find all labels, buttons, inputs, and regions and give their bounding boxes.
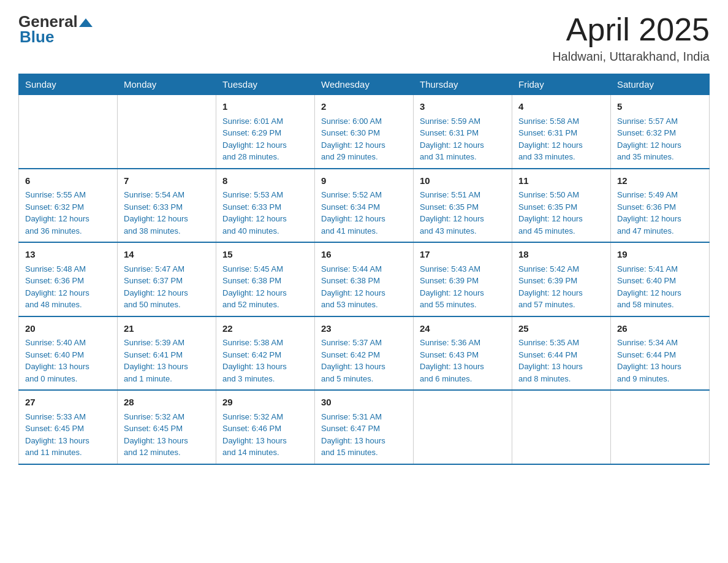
day-info: Daylight: 13 hours <box>321 435 407 447</box>
calendar-body: 1Sunrise: 6:01 AMSunset: 6:29 PMDaylight… <box>19 95 710 464</box>
day-number: 17 <box>420 248 506 262</box>
calendar-cell: 14Sunrise: 5:47 AMSunset: 6:37 PMDayligh… <box>118 242 216 316</box>
day-info: and 58 minutes. <box>617 299 703 311</box>
day-info: Sunrise: 5:52 AM <box>321 189 407 201</box>
day-info: Sunrise: 5:53 AM <box>222 189 308 201</box>
calendar-cell: 15Sunrise: 5:45 AMSunset: 6:38 PMDayligh… <box>216 242 315 316</box>
day-info: Sunrise: 5:45 AM <box>222 263 308 275</box>
day-info: Sunset: 6:38 PM <box>321 275 407 287</box>
day-info: Daylight: 13 hours <box>25 435 111 447</box>
day-info: Sunrise: 6:01 AM <box>222 115 308 128</box>
day-info: and 38 minutes. <box>124 225 210 237</box>
day-info: Sunrise: 5:48 AM <box>25 263 111 275</box>
calendar-cell: 21Sunrise: 5:39 AMSunset: 6:41 PMDayligh… <box>118 316 216 391</box>
day-number: 10 <box>420 174 506 188</box>
calendar-cell: 24Sunrise: 5:36 AMSunset: 6:43 PMDayligh… <box>414 316 512 391</box>
day-info: Sunset: 6:34 PM <box>321 201 407 213</box>
calendar-week-2: 6Sunrise: 5:55 AMSunset: 6:32 PMDaylight… <box>19 169 710 243</box>
day-info: Sunrise: 5:42 AM <box>518 263 604 275</box>
weekday-header-tuesday: Tuesday <box>216 74 315 95</box>
day-info: Sunrise: 5:38 AM <box>222 337 308 349</box>
calendar-cell: 27Sunrise: 5:33 AMSunset: 6:45 PMDayligh… <box>19 390 118 464</box>
day-info: Sunrise: 5:36 AM <box>420 337 506 349</box>
day-number: 27 <box>25 396 111 410</box>
calendar-cell: 10Sunrise: 5:51 AMSunset: 6:35 PMDayligh… <box>414 169 512 243</box>
calendar-cell: 4Sunrise: 5:58 AMSunset: 6:31 PMDaylight… <box>512 95 611 169</box>
day-number: 4 <box>518 100 604 114</box>
day-info: Sunset: 6:42 PM <box>321 349 407 361</box>
day-info: and 47 minutes. <box>617 225 703 237</box>
day-info: Sunset: 6:31 PM <box>518 127 604 139</box>
day-info: Daylight: 13 hours <box>420 361 506 373</box>
day-info: Sunset: 6:45 PM <box>124 423 210 435</box>
day-info: Sunrise: 5:47 AM <box>124 263 210 275</box>
day-number: 25 <box>518 322 604 336</box>
day-number: 19 <box>617 248 703 262</box>
calendar-cell: 6Sunrise: 5:55 AMSunset: 6:32 PMDaylight… <box>19 169 118 243</box>
day-number: 9 <box>321 174 407 188</box>
calendar-cell <box>19 95 118 169</box>
day-info: Sunset: 6:44 PM <box>518 349 604 361</box>
day-info: Sunset: 6:45 PM <box>25 423 111 435</box>
day-info: Sunrise: 5:51 AM <box>420 189 506 201</box>
day-info: Sunrise: 5:58 AM <box>518 115 604 128</box>
day-info: and 31 minutes. <box>420 151 506 163</box>
day-info: Sunrise: 5:34 AM <box>617 337 703 349</box>
day-number: 12 <box>617 174 703 188</box>
day-info: Sunrise: 5:37 AM <box>321 337 407 349</box>
day-info: Daylight: 12 hours <box>222 287 308 299</box>
day-info: and 33 minutes. <box>518 151 604 163</box>
day-number: 26 <box>617 322 703 336</box>
calendar-cell <box>118 95 216 169</box>
calendar-cell: 23Sunrise: 5:37 AMSunset: 6:42 PMDayligh… <box>315 316 414 391</box>
calendar-cell: 22Sunrise: 5:38 AMSunset: 6:42 PMDayligh… <box>216 316 315 391</box>
day-info: and 48 minutes. <box>25 299 111 311</box>
day-info: Sunset: 6:40 PM <box>617 275 703 287</box>
day-info: Sunrise: 5:41 AM <box>617 263 703 275</box>
day-info: Daylight: 12 hours <box>420 139 506 151</box>
day-info: and 8 minutes. <box>518 373 604 385</box>
calendar-cell: 1Sunrise: 6:01 AMSunset: 6:29 PMDaylight… <box>216 95 315 169</box>
day-info: and 6 minutes. <box>420 373 506 385</box>
calendar-cell: 2Sunrise: 6:00 AMSunset: 6:30 PMDaylight… <box>315 95 414 169</box>
calendar-cell: 26Sunrise: 5:34 AMSunset: 6:44 PMDayligh… <box>611 316 710 391</box>
calendar-cell <box>611 390 710 464</box>
day-info: Daylight: 12 hours <box>25 287 111 299</box>
day-info: Sunrise: 5:59 AM <box>420 115 506 128</box>
calendar-cell: 18Sunrise: 5:42 AMSunset: 6:39 PMDayligh… <box>512 242 611 316</box>
day-info: Sunrise: 6:00 AM <box>321 115 407 128</box>
day-info: Sunrise: 5:32 AM <box>222 411 308 423</box>
day-info: Sunset: 6:44 PM <box>617 349 703 361</box>
calendar-cell: 28Sunrise: 5:32 AMSunset: 6:45 PMDayligh… <box>118 390 216 464</box>
calendar-header: SundayMondayTuesdayWednesdayThursdayFrid… <box>19 74 710 95</box>
day-info: Daylight: 12 hours <box>25 213 111 225</box>
day-info: Daylight: 12 hours <box>222 139 308 151</box>
weekday-header-thursday: Thursday <box>414 74 512 95</box>
day-info: Sunset: 6:33 PM <box>222 201 308 213</box>
day-info: Sunset: 6:29 PM <box>222 127 308 139</box>
calendar-cell: 25Sunrise: 5:35 AMSunset: 6:44 PMDayligh… <box>512 316 611 391</box>
day-info: Sunset: 6:36 PM <box>25 275 111 287</box>
day-number: 5 <box>617 100 703 114</box>
day-info: and 36 minutes. <box>25 225 111 237</box>
day-info: Daylight: 13 hours <box>124 361 210 373</box>
calendar-cell: 13Sunrise: 5:48 AMSunset: 6:36 PMDayligh… <box>19 242 118 316</box>
day-info: Daylight: 12 hours <box>518 139 604 151</box>
day-info: Sunrise: 5:39 AM <box>124 337 210 349</box>
calendar-week-5: 27Sunrise: 5:33 AMSunset: 6:45 PMDayligh… <box>19 390 710 464</box>
day-info: and 12 minutes. <box>124 446 210 459</box>
day-info: Daylight: 12 hours <box>518 213 604 225</box>
page-header: General Blue April 2025 Haldwani, Uttara… <box>18 12 710 64</box>
calendar-table: SundayMondayTuesdayWednesdayThursdayFrid… <box>18 74 710 465</box>
title-area: April 2025 Haldwani, Uttarakhand, India <box>552 12 710 64</box>
day-info: and 40 minutes. <box>222 225 308 237</box>
day-info: Sunrise: 5:57 AM <box>617 115 703 128</box>
day-info: Daylight: 13 hours <box>25 361 111 373</box>
day-info: and 28 minutes. <box>222 151 308 163</box>
day-info: Sunset: 6:32 PM <box>25 201 111 213</box>
day-info: Sunset: 6:39 PM <box>518 275 604 287</box>
day-number: 29 <box>222 396 308 410</box>
day-info: Sunset: 6:35 PM <box>518 201 604 213</box>
calendar-cell: 5Sunrise: 5:57 AMSunset: 6:32 PMDaylight… <box>611 95 710 169</box>
day-number: 13 <box>25 248 111 262</box>
